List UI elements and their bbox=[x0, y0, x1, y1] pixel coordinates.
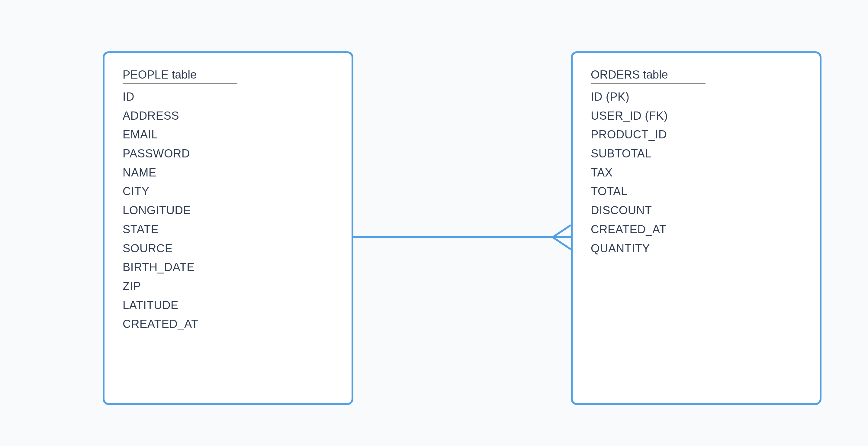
field-item: ZIP bbox=[123, 277, 334, 296]
field-item: BIRTH_DATE bbox=[123, 258, 334, 277]
field-item: SUBTOTAL bbox=[591, 144, 802, 163]
field-item: CITY bbox=[123, 182, 334, 201]
relationship-connector-icon bbox=[353, 217, 571, 257]
field-item: QUANTITY bbox=[591, 239, 802, 258]
field-item: EMAIL bbox=[123, 125, 334, 144]
field-item: DISCOUNT bbox=[591, 201, 802, 220]
field-item: NAME bbox=[123, 163, 334, 182]
field-item: STATE bbox=[123, 220, 334, 239]
field-item: CREATED_AT bbox=[591, 220, 802, 239]
svg-line-1 bbox=[553, 225, 571, 237]
field-item: CREATED_AT bbox=[123, 315, 334, 334]
field-item: TAX bbox=[591, 163, 802, 182]
entity-people-title: PEOPLE table bbox=[123, 68, 238, 84]
field-item: LONGITUDE bbox=[123, 201, 334, 220]
entity-orders: ORDERS table ID (PK) USER_ID (FK) PRODUC… bbox=[571, 51, 822, 405]
field-item: PRODUCT_ID bbox=[591, 125, 802, 144]
entity-orders-fields: ID (PK) USER_ID (FK) PRODUCT_ID SUBTOTAL… bbox=[591, 87, 802, 258]
field-item: PASSWORD bbox=[123, 144, 334, 163]
svg-line-3 bbox=[553, 237, 571, 249]
field-item: USER_ID (FK) bbox=[591, 107, 802, 125]
field-item: SOURCE bbox=[123, 239, 334, 258]
er-diagram-canvas: PEOPLE table ID ADDRESS EMAIL PASSWORD N… bbox=[0, 0, 868, 446]
field-item: ADDRESS bbox=[123, 107, 334, 125]
entity-people-fields: ID ADDRESS EMAIL PASSWORD NAME CITY LONG… bbox=[123, 87, 334, 334]
field-item: TOTAL bbox=[591, 182, 802, 201]
field-item: LATITUDE bbox=[123, 296, 334, 315]
entity-orders-title: ORDERS table bbox=[591, 68, 706, 84]
field-item: ID bbox=[123, 87, 334, 107]
entity-people: PEOPLE table ID ADDRESS EMAIL PASSWORD N… bbox=[103, 51, 353, 405]
field-item: ID (PK) bbox=[591, 87, 802, 107]
